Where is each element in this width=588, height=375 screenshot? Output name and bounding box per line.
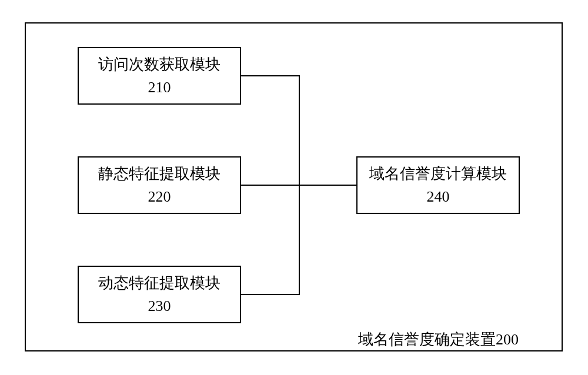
connector-line — [300, 185, 356, 186]
module-dynamic-feature: 动态特征提取模块 230 — [78, 266, 241, 323]
module-number: 230 — [148, 294, 171, 317]
module-label: 访问次数获取模块 — [98, 53, 220, 76]
module-label: 动态特征提取模块 — [98, 272, 220, 294]
connector-line — [241, 75, 300, 76]
module-label: 域名信誉度计算模块 — [369, 162, 507, 185]
module-static-feature: 静态特征提取模块 220 — [78, 156, 241, 214]
diagram-frame: 访问次数获取模块 210 静态特征提取模块 220 动态特征提取模块 230 域… — [25, 22, 563, 351]
connector-line — [241, 185, 300, 186]
module-number: 210 — [148, 76, 171, 99]
diagram-caption: 域名信誉度确定装置200 — [358, 329, 519, 350]
module-number: 220 — [148, 185, 171, 208]
module-reputation-compute: 域名信誉度计算模块 240 — [356, 156, 520, 214]
module-number: 240 — [427, 185, 450, 208]
connector-line — [241, 294, 300, 295]
module-label: 静态特征提取模块 — [98, 162, 220, 185]
module-access-count: 访问次数获取模块 210 — [78, 47, 241, 105]
